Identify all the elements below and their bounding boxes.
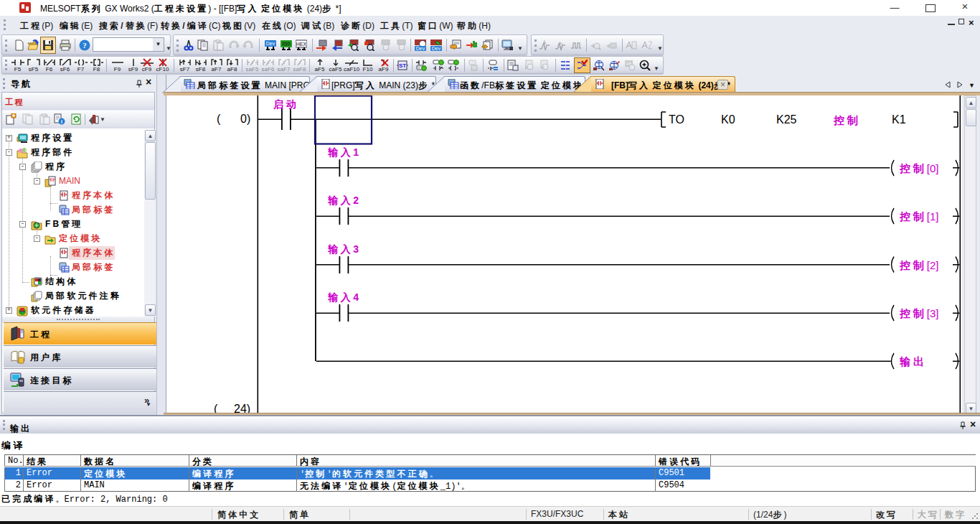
- svg-text:Dev: Dev: [432, 46, 441, 51]
- svg-text:Dev: Dev: [266, 41, 275, 46]
- svg-text:Dev: Dev: [416, 46, 425, 51]
- svg-text:HEX: HEX: [296, 42, 307, 47]
- svg-text:ST: ST: [399, 62, 406, 69]
- svg-text:i: i: [61, 119, 62, 124]
- svg-text:?: ?: [83, 41, 87, 50]
